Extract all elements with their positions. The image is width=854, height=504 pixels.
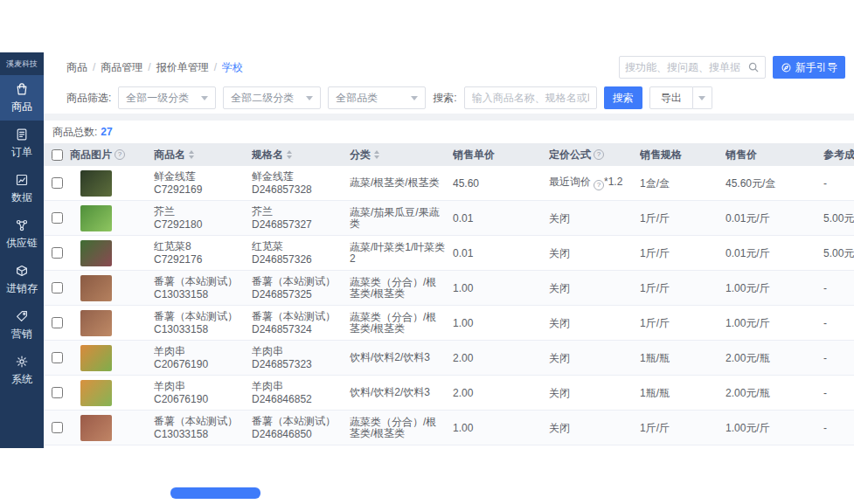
chevron-down-icon xyxy=(306,96,313,100)
gear-icon xyxy=(15,355,29,369)
table-body: 鲜金线莲 C7292169 鲜金线莲 D246857328 蔬菜/根茎类/根茎类… xyxy=(44,166,854,448)
product-search-input[interactable] xyxy=(472,92,589,104)
order-icon xyxy=(15,128,29,142)
sidebar-item-products[interactable]: 商品 xyxy=(0,75,44,121)
sidebar: 溪麦科技 商品订单数据供应链进销存营销系统 xyxy=(0,52,44,448)
sale-spec-cell: 1盒/盒 xyxy=(640,174,726,193)
unit-price-cell: 2.00 xyxy=(453,383,549,403)
sidebar-item-orders[interactable]: 订单 xyxy=(0,121,44,166)
column-header-label: 商品图片 xyxy=(70,148,112,161)
spec-code: D246857327 xyxy=(252,218,343,231)
spec-code: D246857325 xyxy=(252,288,343,300)
product-code: C13033158 xyxy=(154,428,245,440)
column-header-category[interactable]: 分类 xyxy=(350,146,453,164)
row-checkbox[interactable] xyxy=(52,317,63,328)
export-button[interactable]: 导出 xyxy=(649,86,693,109)
column-header-unit-price: 销售单价 xyxy=(453,145,549,164)
product-name-cell: 番薯（本站测试） C13033158 xyxy=(154,411,252,444)
product-code: C7292176 xyxy=(154,253,245,266)
chevron-down-icon xyxy=(201,96,208,100)
row-checkbox[interactable] xyxy=(52,422,63,433)
product-image[interactable] xyxy=(80,310,112,336)
product-image[interactable] xyxy=(80,240,112,266)
product-name: 芥兰 xyxy=(154,205,245,217)
horizontal-scrollbar-thumb[interactable] xyxy=(170,487,260,499)
help-icon[interactable]: ? xyxy=(594,180,604,190)
guide-button[interactable]: 新手引导 xyxy=(773,56,845,79)
spec-code: D246857326 xyxy=(252,253,343,266)
table-header: 商品图片?商品名规格名分类销售单价定价公式?销售规格销售价参考成 xyxy=(44,143,854,166)
spec-name: 鲜金线莲 xyxy=(252,170,343,183)
product-image[interactable] xyxy=(80,380,112,406)
category-kind-value: 全部品类 xyxy=(336,91,378,106)
breadcrumb-item-1[interactable]: 商品管理 xyxy=(101,60,142,75)
table-row: 番薯（本站测试） C13033158 番薯（本站测试） D246846850 蔬… xyxy=(44,411,854,445)
row-checkbox[interactable] xyxy=(52,177,63,189)
select-all-checkbox[interactable] xyxy=(52,149,63,161)
sidebar-item-marketing[interactable]: 营销 xyxy=(0,302,44,348)
column-header-reference-cost: 参考成 xyxy=(823,145,854,164)
product-name-cell: 番薯（本站测试） C13033158 xyxy=(154,272,252,304)
breadcrumb-item-2[interactable]: 报价单管理 xyxy=(156,60,209,75)
unit-price-cell: 45.60 xyxy=(453,174,549,193)
unit-price-cell: 2.00 xyxy=(453,349,549,368)
row-checkbox[interactable] xyxy=(52,387,63,398)
product-name-cell: 番薯（本站测试） C13033158 xyxy=(154,307,252,339)
breadcrumb-item-0[interactable]: 商品 xyxy=(66,60,87,75)
product-code: C20676190 xyxy=(154,358,245,370)
category-level1-select[interactable]: 全部一级分类 xyxy=(118,86,216,109)
column-header-sale-spec: 销售规格 xyxy=(640,145,726,164)
sale-spec-cell: 1斤/斤 xyxy=(640,244,726,263)
reference-cost-cell: - xyxy=(823,418,854,438)
sidebar-item-system[interactable]: 系统 xyxy=(0,348,44,393)
sidebar-item-supply-chain[interactable]: 供应链 xyxy=(0,211,44,257)
row-checkbox[interactable] xyxy=(52,352,63,363)
row-check-cell xyxy=(44,282,70,293)
category-level2-select[interactable]: 全部二级分类 xyxy=(223,86,321,109)
breadcrumb-item-3[interactable]: 学校 xyxy=(222,60,243,75)
product-code: C7292180 xyxy=(154,218,245,231)
sale-price-cell: 0.01元/斤 xyxy=(726,209,823,228)
search-icon[interactable] xyxy=(747,61,760,73)
column-header-product-name[interactable]: 商品名 xyxy=(154,145,252,164)
table-row: 番薯（本站测试） C13033158 番薯（本站测试） D246857324 蔬… xyxy=(44,306,854,341)
sidebar-item-data[interactable]: 数据 xyxy=(0,166,44,211)
table-row: 羊肉串 C20676190 羊肉串 D246846852 饮料/饮料2/饮料3 … xyxy=(44,376,854,411)
sidebar-item-inventory[interactable]: 进销存 xyxy=(0,257,44,302)
column-header-label: 销售价 xyxy=(726,148,757,161)
help-icon[interactable]: ? xyxy=(594,149,604,160)
spec-name: 番薯（本站测试） xyxy=(252,275,343,287)
sale-spec-cell: 1斤/斤 xyxy=(640,418,726,438)
chevron-down-icon xyxy=(411,96,418,100)
product-image[interactable] xyxy=(80,415,112,441)
product-image[interactable] xyxy=(80,205,112,231)
search-button[interactable]: 搜索 xyxy=(604,86,642,109)
spec-name-cell: 番薯（本站测试） D246846850 xyxy=(252,411,350,444)
row-checkbox[interactable] xyxy=(52,247,63,259)
column-header-label: 分类 xyxy=(350,149,371,161)
product-image[interactable] xyxy=(80,275,112,301)
sale-spec-cell: 1斤/斤 xyxy=(640,314,726,333)
product-code: C7292169 xyxy=(154,183,245,196)
column-header-pricing-formula: 定价公式? xyxy=(549,145,640,164)
row-checkbox[interactable] xyxy=(52,212,63,224)
row-checkbox[interactable] xyxy=(52,282,63,293)
help-icon[interactable]: ? xyxy=(115,149,125,160)
spec-name: 红苋菜 xyxy=(252,240,343,252)
export-dropdown-button[interactable] xyxy=(693,86,712,109)
reference-cost-cell: - xyxy=(823,314,854,333)
product-image[interactable] xyxy=(80,345,112,371)
sidebar-item-label: 订单 xyxy=(11,145,32,160)
spec-name-cell: 红苋菜 D246857326 xyxy=(252,237,350,269)
pricing-formula-cell: 关闭 xyxy=(549,244,640,263)
global-search-input[interactable] xyxy=(625,61,747,73)
product-image-cell xyxy=(70,307,154,340)
product-image[interactable] xyxy=(80,170,112,197)
sale-price-cell: 1.00元/斤 xyxy=(726,314,823,333)
sale-price-cell: 45.60元/盒 xyxy=(726,174,823,193)
category-kind-select[interactable]: 全部品类 xyxy=(328,86,426,109)
product-code: C13033158 xyxy=(154,323,245,335)
spec-name-cell: 鲜金线莲 D246857328 xyxy=(252,167,350,199)
column-header-spec-name[interactable]: 规格名 xyxy=(252,145,350,164)
category-cell: 蔬菜类（分合）/根茎类/根茎类 xyxy=(350,273,453,303)
